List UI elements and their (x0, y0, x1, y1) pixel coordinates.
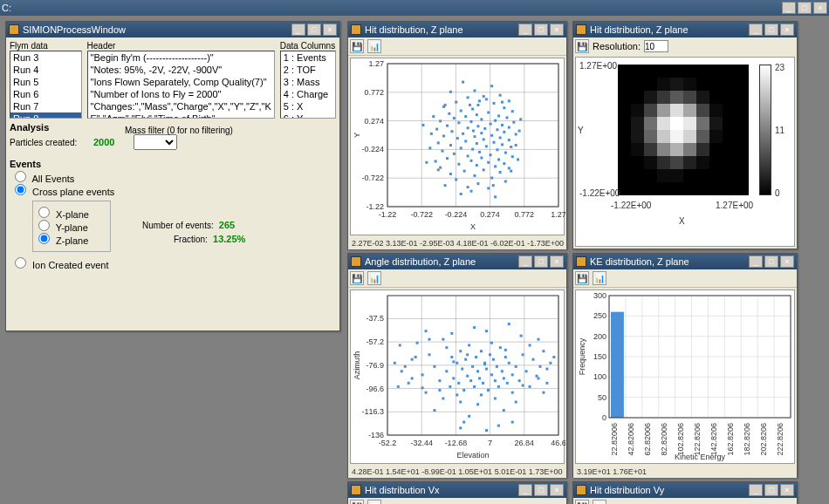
save-icon[interactable]: 💾 (350, 500, 364, 504)
svg-rect-99 (487, 161, 490, 164)
close-button[interactable]: × (780, 484, 794, 496)
datacols-listbox[interactable]: 1 : Events2 : TOF3 : Mass4 : Charge5 : X… (280, 51, 336, 119)
svg-rect-131 (469, 104, 471, 106)
svg-rect-38 (471, 108, 474, 111)
svg-rect-39 (460, 110, 462, 112)
svg-rect-75 (508, 139, 510, 141)
minimize-button[interactable]: _ (749, 484, 763, 496)
svg-rect-112 (455, 179, 457, 181)
angle-titlebar[interactable]: Angle distribution, Z plane_□× (348, 254, 566, 269)
svg-rect-105 (508, 167, 510, 169)
maximize-button[interactable]: □ (764, 24, 778, 36)
app-title: C: (2, 3, 11, 13)
hit-vy-titlebar[interactable]: Hit distribution Vy_□× (573, 482, 797, 498)
opt-all-events[interactable]: All Events (15, 174, 74, 184)
maximize-button[interactable]: □ (798, 2, 812, 14)
save-icon[interactable]: 💾 (575, 271, 589, 285)
svg-text:-76.9: -76.9 (366, 361, 384, 370)
minimize-button[interactable]: _ (518, 484, 532, 496)
svg-rect-203 (503, 377, 505, 379)
opt-cross-plane[interactable]: Cross plane events (15, 187, 114, 197)
svg-rect-174 (450, 356, 453, 358)
process-window-titlebar[interactable]: SIMIONProcessWindow _ □ × (6, 22, 339, 37)
minimize-button[interactable]: _ (291, 24, 305, 36)
export-icon[interactable]: 📊 (367, 39, 381, 53)
svg-text:Azimuth: Azimuth (353, 351, 361, 380)
svg-rect-51 (470, 120, 473, 123)
export-icon[interactable]: 📊 (367, 271, 381, 285)
svg-rect-175 (452, 377, 455, 379)
close-button[interactable]: × (780, 24, 794, 36)
svg-rect-125 (430, 133, 433, 135)
svg-rect-194 (487, 389, 490, 392)
close-button[interactable]: × (323, 24, 337, 36)
svg-rect-123 (428, 146, 431, 149)
svg-rect-246 (466, 353, 469, 356)
massfilter-label: Mass filter (0 for no filtering) (125, 126, 233, 135)
close-button[interactable]: × (780, 255, 794, 268)
resolution-input[interactable] (644, 40, 668, 52)
svg-rect-25 (462, 81, 464, 84)
opt-ion-created[interactable]: Ion Created event (15, 257, 336, 270)
maximize-button[interactable]: □ (534, 255, 548, 268)
svg-rect-30 (483, 95, 485, 98)
minimize-button[interactable]: _ (749, 255, 763, 268)
opt-x-plane[interactable]: X-plane (38, 209, 89, 220)
svg-rect-97 (470, 160, 473, 162)
maximize-button[interactable]: □ (534, 484, 548, 496)
massfilter-select[interactable] (134, 134, 177, 150)
svg-rect-199 (496, 365, 498, 368)
svg-rect-86 (496, 148, 498, 151)
svg-rect-32 (508, 99, 510, 102)
svg-rect-235 (497, 425, 500, 427)
maximize-button[interactable]: □ (764, 255, 778, 268)
save-icon[interactable]: 💾 (350, 271, 364, 285)
svg-text:100: 100 (593, 372, 606, 381)
svg-rect-33 (455, 101, 457, 104)
svg-rect-249 (483, 363, 486, 365)
close-button[interactable]: × (813, 2, 827, 14)
export-icon[interactable]: 📊 (593, 500, 606, 504)
svg-rect-247 (504, 349, 507, 351)
svg-text:46.6: 46.6 (551, 439, 565, 447)
svg-rect-130 (485, 98, 488, 100)
svg-rect-48 (480, 118, 483, 120)
maximize-button[interactable]: □ (534, 24, 548, 36)
hit-z-titlebar[interactable]: Hit distribution, Z plane_□× (348, 22, 566, 37)
minimize-button[interactable]: _ (518, 255, 532, 268)
close-button[interactable]: × (550, 255, 564, 268)
particles-created-label: Particles created: (10, 138, 88, 147)
hit-z2-titlebar[interactable]: Hit distribution, Z plane_□× (573, 22, 797, 37)
minimize-button[interactable]: _ (749, 24, 763, 36)
minimize-button[interactable]: _ (782, 2, 796, 14)
svg-rect-177 (457, 382, 460, 385)
svg-rect-210 (522, 353, 524, 356)
export-icon[interactable]: 📊 (367, 500, 381, 504)
save-icon[interactable]: 💾 (350, 39, 364, 53)
svg-rect-229 (416, 342, 419, 344)
svg-rect-132 (501, 101, 504, 104)
close-button[interactable]: × (550, 484, 564, 496)
header-listbox[interactable]: "Begin fly'm (-------------------)""Note… (87, 51, 275, 119)
save-icon[interactable]: 💾 (575, 500, 589, 504)
svg-rect-59 (467, 126, 469, 129)
ke-titlebar[interactable]: KE distribution, Z plane_□× (573, 254, 797, 269)
runs-listbox[interactable]: Run 3Run 4Run 5Run 6Run 7Run 8Run 9 (10, 51, 82, 119)
maximize-button[interactable]: □ (764, 484, 778, 496)
export-icon[interactable]: 📊 (593, 271, 606, 285)
hit-vy-title: Hit distribution Vy (590, 485, 664, 495)
svg-rect-107 (463, 170, 466, 173)
close-button[interactable]: × (550, 24, 564, 36)
svg-rect-233 (549, 362, 552, 364)
svg-rect-120 (478, 99, 481, 102)
minimize-button[interactable]: _ (518, 24, 532, 36)
maximize-button[interactable]: □ (307, 24, 321, 36)
save-icon[interactable]: 💾 (575, 39, 589, 53)
opt-y-plane[interactable]: Y-plane (38, 222, 88, 233)
svg-rect-62 (496, 128, 498, 131)
svg-rect-126 (519, 118, 522, 120)
mdi-workspace: SIMIONProcessWindow _ □ × Flym data Run … (0, 16, 829, 504)
svg-rect-226 (450, 332, 453, 335)
hit-vx-titlebar[interactable]: Hit distribution Vx_□× (348, 482, 566, 498)
opt-z-plane[interactable]: Z-plane (38, 235, 88, 246)
